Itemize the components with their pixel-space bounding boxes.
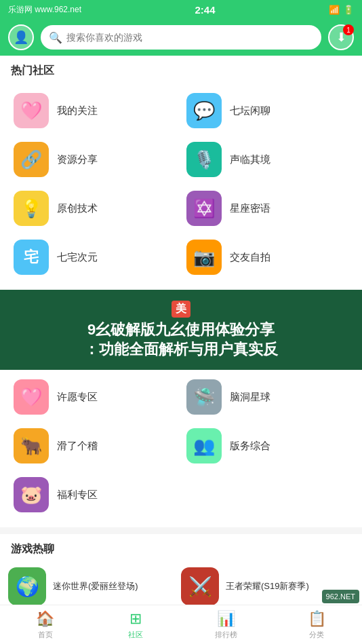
community-label-5: 原创技术 <box>57 202 98 215</box>
more-community-grid: 🩷 许愿专区 🛸 脑洞星球 🐂 滑了个稽 👥 版务综合 🐷 福利专区 <box>0 370 362 527</box>
avatar-button[interactable]: 👤 <box>8 24 34 50</box>
community-item-13[interactable]: 🐷 福利专区 <box>8 470 181 519</box>
search-input[interactable] <box>66 32 313 43</box>
community-item-8[interactable]: 📷 交友自拍 <box>181 233 354 282</box>
banner-overlay[interactable]: 美 9幺破解版九幺使用体验分享 ：功能全面解析与用户真实反 <box>0 290 362 370</box>
nav-item-category[interactable]: 📋 分类 <box>272 605 363 644</box>
community-icon-9: 🩷 <box>14 379 49 415</box>
community-item-2[interactable]: 💬 七坛闲聊 <box>181 86 354 135</box>
community-icon-12: 👥 <box>186 428 222 463</box>
community-item-4[interactable]: 🎙️ 声临其境 <box>181 135 354 184</box>
nav-label-home: 首页 <box>38 630 53 640</box>
banner-title: 9幺破解版九幺使用体验分享 ：功能全面解析与用户真实反 <box>14 320 348 359</box>
community-item-9[interactable]: 🩷 许愿专区 <box>8 373 181 421</box>
avatar-icon: 👤 <box>14 30 28 45</box>
download-button[interactable]: ⬇ 1 <box>328 24 354 50</box>
community-item-1[interactable]: 🩷 我的关注 <box>8 86 181 135</box>
ranking-icon: 📊 <box>217 610 235 628</box>
wifi-icon: 📶 <box>329 5 340 15</box>
community-item-7[interactable]: 宅 七宅次元 <box>8 233 181 282</box>
community-label-4: 声临其境 <box>230 153 270 166</box>
community-item-5[interactable]: 💡 原创技术 <box>8 184 181 233</box>
home-icon: 🏠 <box>36 610 54 628</box>
community-icon-8: 📷 <box>186 240 222 275</box>
nav-item-home[interactable]: 🏠 首页 <box>0 605 91 644</box>
community-icon-10: 🛸 <box>186 379 222 415</box>
community-label-2: 七坛闲聊 <box>230 105 270 117</box>
header: 👤 🔍 ⬇ 1 <box>0 19 362 56</box>
community-icon-6: ✡️ <box>186 191 222 226</box>
community-icon: ⊞ <box>129 610 142 628</box>
community-item-6[interactable]: ✡️ 星座密语 <box>181 184 354 233</box>
community-label-8: 交友自拍 <box>230 251 270 264</box>
search-icon: 🔍 <box>49 31 62 44</box>
nav-label-ranking: 排行榜 <box>215 630 237 640</box>
hot-community-section: 热门社区 🩷 我的关注 💬 七坛闲聊 🔗 资源分享 🎙️ 声临其境 💡 原创技术… <box>0 56 362 290</box>
community-icon-13: 🐷 <box>14 477 49 512</box>
banner-line2: ：功能全面解析与用户真实反 <box>84 341 278 358</box>
community-label-3: 资源分享 <box>57 153 98 166</box>
community-icon-5: 💡 <box>14 191 49 226</box>
community-icon-3: 🔗 <box>14 142 49 177</box>
community-icon-2: 💬 <box>186 93 222 128</box>
status-bar: 乐游网 www.962.net 2:44 📶 🔋 <box>0 0 362 19</box>
community-label-10: 脑洞星球 <box>230 391 270 404</box>
battery-icon: 🔋 <box>343 5 354 15</box>
community-icon-1: 🩷 <box>14 93 49 128</box>
games-hot-section: 游戏热聊 🌍 迷你世界(爱丽丝登场) ⚔️ 王者荣耀(S19新赛季) <box>0 534 362 613</box>
site-label: 乐游网 www.962.net <box>8 4 81 16</box>
community-icon-11: 🐂 <box>14 428 49 463</box>
game-icon-1: 🌍 <box>8 567 46 605</box>
nav-label-category: 分类 <box>309 630 324 640</box>
community-item-11[interactable]: 🐂 滑了个稽 <box>8 421 181 470</box>
bottom-nav: 🏠 首页 ⊞ 社区 📊 排行榜 📋 分类 <box>0 605 362 644</box>
search-bar[interactable]: 🔍 <box>41 25 321 50</box>
download-badge: 1 <box>343 24 354 35</box>
community-label-13: 福利专区 <box>57 489 98 501</box>
game-label-1: 迷你世界(爱丽丝登场) <box>53 580 138 592</box>
community-label-7: 七宅次元 <box>57 251 98 264</box>
banner-row1: 美 <box>14 301 348 318</box>
game-item-1[interactable]: 🌍 迷你世界(爱丽丝登场) <box>8 567 181 605</box>
nav-item-ranking[interactable]: 📊 排行榜 <box>181 605 272 644</box>
community-item-10[interactable]: 🛸 脑洞星球 <box>181 373 354 421</box>
community-icon-4: 🎙️ <box>186 142 222 177</box>
game-label-2: 王者荣耀(S19新赛季) <box>226 580 309 592</box>
nav-label-community: 社区 <box>128 630 143 640</box>
community-item-3[interactable]: 🔗 资源分享 <box>8 135 181 184</box>
status-icons: 📶 🔋 <box>329 5 354 15</box>
games-hot-title: 游戏热聊 <box>0 534 362 562</box>
community-label-11: 滑了个稽 <box>57 440 98 453</box>
hot-community-title: 热门社区 <box>0 56 362 83</box>
community-item-12[interactable]: 👥 版务综合 <box>181 421 354 470</box>
community-grid: 🩷 我的关注 💬 七坛闲聊 🔗 资源分享 🎙️ 声临其境 💡 原创技术 ✡️ 星… <box>0 83 362 290</box>
community-label-1: 我的关注 <box>57 105 98 117</box>
mei-icon: 美 <box>172 301 190 318</box>
status-time: 2:44 <box>195 4 216 16</box>
category-icon: 📋 <box>308 610 326 628</box>
nav-item-community[interactable]: ⊞ 社区 <box>91 605 182 644</box>
community-label-6: 星座密语 <box>230 202 270 215</box>
more-community-section: 🩷 许愿专区 🛸 脑洞星球 🐂 滑了个稽 👥 版务综合 🐷 福利专区 <box>0 370 362 527</box>
banner-line1: 9幺破解版九幺使用体验分享 <box>87 321 275 338</box>
watermark: 962.NET <box>322 590 359 603</box>
community-label-12: 版务综合 <box>230 440 270 453</box>
game-icon-2: ⚔️ <box>181 567 219 605</box>
community-label-9: 许愿专区 <box>57 391 98 404</box>
community-icon-7: 宅 <box>14 240 49 275</box>
